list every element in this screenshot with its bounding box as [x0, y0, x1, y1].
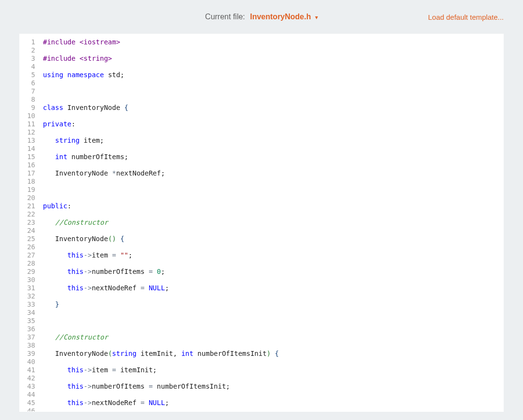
code-line[interactable]: //Constructor: [43, 333, 503, 341]
line-number: 31: [20, 284, 35, 292]
line-number: 4: [20, 63, 35, 71]
current-file-name[interactable]: InventoryNode.h: [250, 13, 311, 21]
line-number: 44: [20, 391, 35, 399]
line-number: 45: [20, 399, 35, 407]
line-number: 19: [20, 186, 35, 194]
line-number: 29: [20, 268, 35, 276]
code-line[interactable]: InventoryNode(string itemInit, int numbe…: [43, 350, 503, 358]
code-line[interactable]: public:: [43, 202, 503, 210]
line-number: 11: [20, 120, 35, 128]
code-editor[interactable]: 1234567891011121314151617181920212223242…: [20, 34, 503, 412]
code-line[interactable]: [43, 186, 503, 194]
code-line[interactable]: [43, 87, 503, 95]
line-number: 5: [20, 71, 35, 79]
line-number: 42: [20, 374, 35, 382]
page-root: Current file: InventoryNode.h ▾ Load def…: [0, 0, 523, 420]
line-number: 43: [20, 382, 35, 391]
line-number: 22: [20, 210, 35, 218]
line-number: 30: [20, 276, 35, 284]
code-line[interactable]: class InventoryNode {: [43, 104, 503, 112]
code-line[interactable]: this->numberOfItems = 0;: [43, 268, 503, 276]
line-number: 2: [20, 46, 35, 54]
line-number: 32: [20, 292, 35, 300]
line-number-gutter: 1234567891011121314151617181920212223242…: [20, 38, 39, 412]
code-line[interactable]: using namespace std;: [43, 71, 503, 79]
code-editor-panel: 1234567891011121314151617181920212223242…: [19, 34, 504, 412]
line-number: 14: [20, 145, 35, 153]
line-number: 40: [20, 358, 35, 366]
line-number: 18: [20, 177, 35, 186]
line-number: 38: [20, 341, 35, 350]
line-number: 25: [20, 235, 35, 243]
line-number: 37: [20, 333, 35, 341]
line-number: 21: [20, 202, 35, 210]
line-number: 36: [20, 325, 35, 333]
line-number: 16: [20, 161, 35, 169]
code-line[interactable]: [43, 317, 503, 325]
line-number: 6: [20, 79, 35, 87]
line-number: 17: [20, 169, 35, 177]
line-number: 7: [20, 87, 35, 95]
code-line[interactable]: #include <string>: [43, 54, 503, 63]
line-number: 8: [20, 95, 35, 104]
line-number: 15: [20, 153, 35, 161]
code-line[interactable]: InventoryNode *nextNodeRef;: [43, 169, 503, 177]
code-line[interactable]: this->nextNodeRef = NULL;: [43, 399, 503, 407]
line-number: 35: [20, 317, 35, 325]
code-line[interactable]: this->item = itemInit;: [43, 366, 503, 374]
editor-header: Current file: InventoryNode.h ▾ Load def…: [19, 0, 504, 34]
code-text-area[interactable]: #include <iostream> #include <string> us…: [39, 38, 503, 412]
line-number: 26: [20, 243, 35, 251]
line-number: 34: [20, 309, 35, 317]
line-number: 39: [20, 350, 35, 358]
code-line[interactable]: this->nextNodeRef = NULL;: [43, 284, 503, 292]
line-number: 10: [20, 112, 35, 120]
line-number: 13: [20, 136, 35, 145]
code-line[interactable]: this->item = "";: [43, 251, 503, 259]
code-line[interactable]: int numberOfItems;: [43, 153, 503, 161]
code-line[interactable]: }: [43, 300, 503, 309]
line-number: 9: [20, 104, 35, 112]
line-number: 41: [20, 366, 35, 374]
line-number: 3: [20, 54, 35, 63]
code-line[interactable]: #include <iostream>: [43, 38, 503, 46]
chevron-down-icon[interactable]: ▾: [315, 14, 318, 21]
current-file-label: Current file:: [205, 13, 245, 21]
line-number: 24: [20, 227, 35, 235]
line-number: 28: [20, 259, 35, 268]
line-number: 12: [20, 128, 35, 136]
code-line[interactable]: InventoryNode() {: [43, 235, 503, 243]
code-line[interactable]: //Constructor: [43, 218, 503, 227]
line-number: 1: [20, 38, 35, 46]
line-number: 46: [20, 407, 35, 412]
line-number: 33: [20, 300, 35, 309]
code-line[interactable]: private:: [43, 120, 503, 128]
line-number: 23: [20, 218, 35, 227]
code-line[interactable]: this->numberOfItems = numberOfItemsInit;: [43, 382, 503, 391]
code-line[interactable]: string item;: [43, 136, 503, 145]
line-number: 27: [20, 251, 35, 259]
line-number: 20: [20, 194, 35, 202]
current-file-selector[interactable]: Current file: InventoryNode.h ▾: [19, 13, 504, 21]
